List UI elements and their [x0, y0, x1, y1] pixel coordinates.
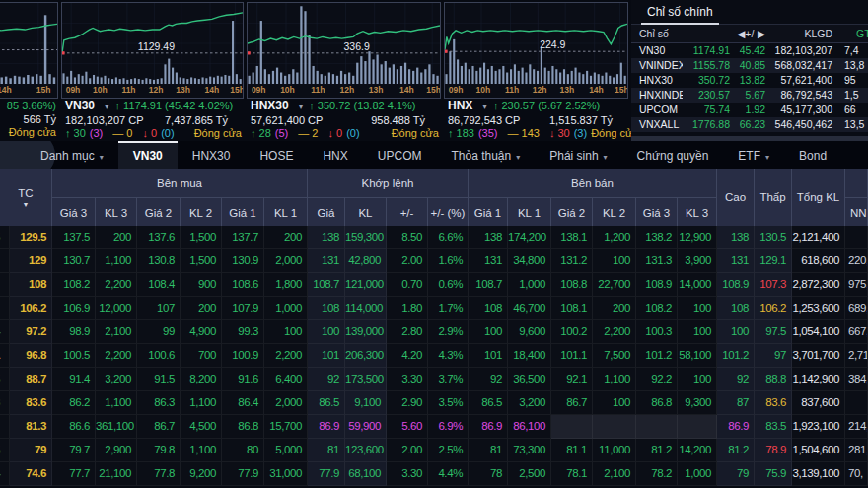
ticker-fragment: 3	[0, 297, 10, 320]
column-header-high[interactable]: Cao	[717, 169, 755, 227]
column-header[interactable]: +/-	[387, 198, 428, 228]
index-chart: 14h15h	[0, 2, 58, 99]
tab-hose[interactable]: HOSE	[245, 141, 308, 169]
cell-buy-1: 361,100	[96, 415, 137, 439]
chart-footer: VN30 ▾ ↑ 1174.91 (45.42 4.02%) 182,103,2…	[65, 100, 242, 141]
time-axis: 09h10h11h12h13h14h15h	[248, 85, 440, 97]
cell-buy-0: 77.7	[52, 462, 96, 486]
tab-chứng-quyền[interactable]: Chứng quyền	[622, 141, 724, 169]
index-symbol[interactable]: HNX	[448, 100, 472, 113]
column-header-foreign-buy[interactable]: NN mua	[845, 198, 868, 228]
cell-buy-0: 100.5	[52, 344, 96, 368]
group-header-buy: Bên mua	[52, 169, 308, 198]
time-axis: 09h10h11h12h13h14h15h	[62, 85, 243, 97]
cell-reference-price: 88.7	[10, 368, 52, 391]
column-header-low[interactable]: Thấp	[755, 169, 792, 227]
tab-phái-sinh[interactable]: Phái sinh▾	[535, 141, 621, 169]
indices-col-gtgd[interactable]: GTGD	[836, 25, 868, 42]
index-row-vnxall[interactable]: VNXALL 1776.88 66.23 546,450,462 13,5	[631, 117, 868, 132]
stock-row[interactable]: 57979.72,90079.81,100805,00081123,6002.0…	[0, 439, 868, 462]
cell-sell-4	[636, 415, 678, 439]
cell-sell-3: 22,700	[593, 273, 636, 297]
tab-label: HNX	[323, 149, 347, 163]
tab-vn30[interactable]: VN30	[118, 141, 178, 169]
index-change: 45.42	[734, 43, 769, 58]
cell-low: 78.9	[755, 439, 792, 462]
index-symbol[interactable]: VN30	[65, 100, 95, 113]
stock-row[interactable]: 781.386.6361,10086.74,50086.815,70086.95…	[0, 415, 868, 439]
index-row-hnxindex[interactable]: HNXINDEX 230.57 5.67 86,792,543 1,5	[631, 88, 868, 103]
column-header-total-volume[interactable]: Tổng KL	[792, 169, 845, 227]
cell-sell-5: 12,900	[678, 226, 717, 249]
index-row-vn30[interactable]: VN30 1174.91 45.42 182,103,207 7,4	[631, 43, 868, 58]
chevron-down-icon[interactable]: ▾	[105, 101, 109, 114]
ticker-fragment: 4	[0, 462, 10, 486]
tab-etf[interactable]: ETF▾	[723, 141, 784, 169]
stock-row[interactable]: 5129.5137.5200137.61,500137.7200138159,3…	[0, 226, 868, 249]
tab-thỏa-thuận[interactable]: Thỏa thuận▾	[436, 141, 535, 169]
column-header[interactable]: Giá 1	[222, 198, 264, 228]
index-gtgd: 95	[836, 73, 868, 88]
index-volume: 182,103,207 CP	[65, 114, 144, 128]
column-header-tc[interactable]: TC▼	[0, 169, 52, 227]
cell-match-2: 2.80	[387, 320, 428, 344]
column-header[interactable]: KL 3	[96, 198, 137, 228]
column-header[interactable]: Giá 1	[469, 198, 508, 228]
column-header[interactable]: Giá 2	[137, 198, 181, 228]
tab-main-indices[interactable]: Chỉ số chính	[641, 3, 719, 25]
stock-row[interactable]: 588.791.43,20091.58,20091.66,40092173,50…	[0, 368, 868, 391]
stock-row[interactable]: 0129130.71,100130.81,500130.92,00013142,…	[0, 249, 868, 273]
stock-row[interactable]: 497.298.92,100994,90099.3100100139,0002.…	[0, 320, 868, 344]
column-header[interactable]: KL 3	[678, 198, 717, 228]
cell-reference-price: 81.3	[10, 415, 52, 439]
index-gtgd: 13,5	[836, 117, 868, 132]
indices-col-name[interactable]: Chỉ số	[631, 25, 683, 42]
tab-danh-mục[interactable]: Danh mục▾	[26, 141, 118, 169]
stock-row[interactable]: 196.8100.52,200100.6700100.92,200101206,…	[0, 344, 868, 368]
column-header[interactable]: KL	[345, 198, 387, 228]
tab-label: Danh mục	[40, 149, 95, 163]
cell-buy-1: 1,100	[96, 391, 137, 415]
decliners: ↓ 30	[549, 127, 570, 141]
column-header[interactable]: KL 2	[593, 198, 636, 228]
index-row-upcom[interactable]: UPCOM 75.74 1.92 45,177,300 66	[631, 103, 868, 117]
index-name: HNXINDEX	[631, 88, 683, 103]
stock-row[interactable]: 3106.2106.912,000107200107.91,000108114,…	[0, 297, 868, 320]
index-symbol[interactable]: HNX30	[251, 100, 289, 113]
index-row-vnindex[interactable]: VNINDEX 1155.78 40.85 568,032,417 13,8	[631, 58, 868, 73]
cell-buy-5: 6,400	[264, 368, 308, 391]
cell-buy-5: 5,000	[264, 439, 308, 462]
column-header[interactable]: KL 2	[181, 198, 222, 228]
cell-sell-1: 34,800	[508, 249, 551, 273]
index-value: 230.57	[683, 88, 734, 103]
column-header[interactable]: Giá	[308, 198, 345, 228]
column-header[interactable]: KL 1	[508, 198, 551, 228]
column-header[interactable]: +/- (%)	[428, 198, 469, 228]
time-axis-label: 11h	[311, 85, 325, 95]
chevron-down-icon[interactable]: ▾	[299, 101, 304, 114]
column-header[interactable]: Giá 2	[551, 198, 593, 228]
cell-sell-2	[551, 415, 593, 439]
index-row-hnx30[interactable]: HNX30 350.72 13.82 57,621,400 95	[631, 73, 868, 88]
stock-row[interactable]: 6108108.22,200108.4900108.61,800108.7121…	[0, 273, 868, 297]
column-header[interactable]: Giá 3	[52, 198, 96, 228]
cell-total-volume: 1,142,900	[792, 368, 845, 391]
column-header[interactable]: Giá 3	[636, 198, 678, 228]
cell-buy-1: 12,000	[96, 297, 137, 320]
indices-col-klgd[interactable]: KLGD	[769, 25, 836, 42]
tab-upcom[interactable]: UPCOM	[363, 141, 437, 169]
index-change: 40.85	[734, 58, 769, 73]
chevron-down-icon[interactable]: ▾	[482, 101, 487, 114]
cell-match-2: 0.70	[387, 273, 428, 297]
stock-row[interactable]: 474.677.721,10077.89,20077.931,00077.968…	[0, 462, 868, 486]
indices-col-change[interactable]: ◀+/-▶	[734, 25, 769, 42]
cell-sell-2: 131.2	[551, 249, 593, 273]
cell-buy-2: 107	[137, 297, 181, 320]
tab-bond[interactable]: Bond	[784, 141, 841, 169]
tab-hnx[interactable]: HNX	[308, 141, 362, 169]
column-header[interactable]: KL 1	[264, 198, 308, 228]
tab-hnx30[interactable]: HNX30	[178, 141, 246, 169]
stock-row[interactable]: 883.686.21,10086.31,10086.42,00086.59,10…	[0, 391, 868, 415]
index-chart-panel-hnx: 224.9 09h10h11h12h13h14h15h HNX ▾ ↑ 230.…	[444, 0, 629, 141]
cell-buy-3: 1,500	[181, 226, 222, 249]
